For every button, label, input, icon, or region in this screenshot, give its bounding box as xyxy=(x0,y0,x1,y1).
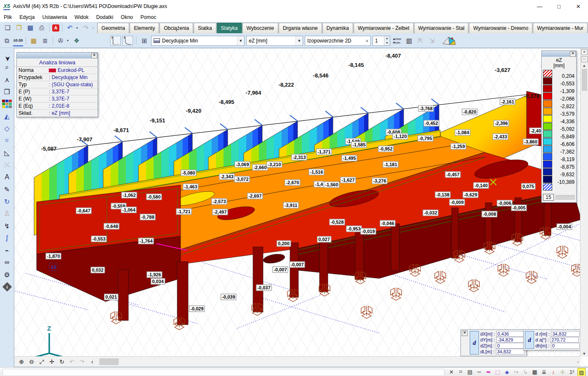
vertical-scrollbar-thumb[interactable] xyxy=(582,69,587,91)
path-polyline-icon[interactable]: ↯ xyxy=(1,220,13,232)
undo-view-icon[interactable]: ↶ xyxy=(67,357,77,366)
zoom-fit-icon[interactable]: ⤢ xyxy=(37,357,46,366)
annotation-text-icon[interactable]: A xyxy=(1,171,13,183)
result-tables-icon[interactable]: ⊞ xyxy=(139,36,149,46)
tab-wymiarowanie-mur[interactable]: Wymiarowanie - Mur xyxy=(533,23,588,33)
scroll-down-icon[interactable]: ▼ xyxy=(583,352,586,356)
workplane-icon[interactable]: ◇ xyxy=(1,122,13,134)
order-rotate-icon[interactable]: ↻ xyxy=(1,196,13,207)
undo-dropdown-icon[interactable]: ▾ xyxy=(76,26,80,30)
nonlinear-analysis-icon[interactable] xyxy=(122,36,133,46)
gravity-icon[interactable]: ⇊ xyxy=(540,368,548,376)
close-pane-icon[interactable]: ✕ xyxy=(581,49,588,55)
linear-analysis-icon[interactable] xyxy=(110,36,121,46)
perspective-view-icon[interactable] xyxy=(441,35,457,46)
scroll-right-icon[interactable]: › xyxy=(577,359,579,364)
settings-wrench-icon[interactable]: ⚙ xyxy=(1,269,13,281)
local-axes-icon[interactable]: ↕ xyxy=(550,368,557,376)
snap-grid-icon[interactable]: ⌗ xyxy=(457,368,464,376)
coordinate-value[interactable]: -34,829 xyxy=(496,337,525,343)
result-component-combobox[interactable]: eZ [mm] ▼ xyxy=(246,36,303,46)
render-light-icon[interactable]: ⌁ xyxy=(1,244,13,256)
coordinate-panel-xyz[interactable]: ✕ d dX[m] :0,436dY[m] :-34,829dZ[m] :0dL… xyxy=(460,329,527,356)
perspective-toggle-icon[interactable]: ▨ xyxy=(577,368,585,376)
coordinate-panel-polar[interactable]: d d r[m] :34,832d a[°] :270,72dh[m] :0 xyxy=(523,329,581,350)
close-icon[interactable]: ✕ xyxy=(570,51,576,57)
coordinate-value[interactable]: 0,436 xyxy=(496,331,525,337)
mesh-edit-icon[interactable]: ✎ xyxy=(1,183,13,195)
load-case-combobox[interactable]: Decydujące Min ▼ xyxy=(151,36,245,46)
menu-item-pomoc[interactable]: Pomoc xyxy=(137,14,160,20)
redo-icon[interactable]: ↷ xyxy=(81,23,91,33)
menu-item-dodatki[interactable]: Dodatki xyxy=(92,14,117,20)
animation-icon[interactable]: ▥ xyxy=(404,36,414,46)
minmax-labels-button[interactable]: ▴max ▾min xyxy=(392,37,402,45)
menu-item-ustawienia[interactable]: Ustawienia xyxy=(38,14,71,20)
display-options-icon[interactable]: ∞ xyxy=(1,257,13,268)
color-coding-icon[interactable] xyxy=(1,98,13,110)
tab-siatka[interactable]: Siatka xyxy=(194,23,216,33)
geometry-check-icon[interactable]: ◺ xyxy=(1,147,13,159)
beam-results-icon[interactable]: ∫ xyxy=(1,232,13,244)
tab-geometria[interactable]: Geometria xyxy=(97,23,129,33)
save-icon[interactable]: ▦ xyxy=(25,23,35,33)
rotate-view-icon[interactable]: ↻ xyxy=(57,357,67,366)
color-legend-panel[interactable]: ✕ eZ[mm] 0,204-0,553-1,309-2,066-2,822-3… xyxy=(541,50,577,203)
tab-wymiarowanie-stal[interactable]: Wymiarowanie - Stal xyxy=(414,23,469,33)
vertical-scrollbar[interactable]: ✕ □ ▲ ▼ xyxy=(580,48,588,357)
delete-icon[interactable]: ✕ xyxy=(448,368,455,376)
hide-entities-icon[interactable]: ⤫ xyxy=(1,159,13,171)
pan-icon[interactable]: ✛ xyxy=(47,357,56,366)
multi-copy-icon[interactable]: ➥ xyxy=(485,368,492,376)
save-view-icon[interactable]: ❖ xyxy=(72,36,82,46)
maximize-button[interactable]: □ xyxy=(549,0,569,13)
close-icon[interactable]: ✕ xyxy=(462,331,468,336)
analysis-info-panel[interactable]: ✕ Analiza liniowa NormaEurokod-PLPrzypad… xyxy=(16,52,98,117)
triad-icon[interactable]: ⊹ xyxy=(559,368,566,376)
undo-step-icon[interactable]: ↪ xyxy=(513,368,520,376)
spinner-up-icon[interactable]: ▲ xyxy=(384,36,390,41)
open-file-icon[interactable]: ❒ xyxy=(14,23,24,33)
coordinate-value[interactable]: 34,832 xyxy=(496,349,524,355)
undo-icon[interactable]: ↶ xyxy=(65,23,75,33)
scale-spinner[interactable]: 1 ▲▼ xyxy=(372,36,390,46)
drawing-library-icon[interactable]: ✇ xyxy=(56,36,66,46)
coordinate-value[interactable]: 270,72 xyxy=(550,337,579,343)
transform-icon[interactable]: ◭ xyxy=(1,110,13,122)
close-icon[interactable]: ✕ xyxy=(91,53,97,58)
delta-toggle-button[interactable]: d xyxy=(525,331,534,349)
tab-wymiarowanie-żelbet[interactable]: Wymiarowanie - Żelbet xyxy=(354,23,414,33)
grid-toggle-icon[interactable]: ▦ xyxy=(531,368,538,376)
parts-icon[interactable]: ❒ xyxy=(1,86,13,98)
info-icon[interactable]: i xyxy=(1,281,13,293)
coordinate-axes-icon[interactable]: ⋏ xyxy=(1,74,13,85)
zoom-out-icon[interactable]: ⊖ xyxy=(27,357,36,366)
tab-statyka[interactable]: Statyka xyxy=(217,23,242,33)
tab-drgania-własne[interactable]: Drgania własne xyxy=(279,23,322,33)
table-browser-icon[interactable]: ▦ xyxy=(29,36,39,46)
spinner-down-icon[interactable]: ▼ xyxy=(384,41,390,45)
diagram-display-y-icon[interactable]: ⇱ xyxy=(415,36,426,46)
scroll-up-icon[interactable]: ▲ xyxy=(583,64,586,68)
structural-member-icon[interactable]: ⎍ xyxy=(1,208,13,220)
guidelines-icon[interactable]: ⌗ xyxy=(1,135,13,146)
scroll-left-icon[interactable]: ‹ xyxy=(88,357,97,366)
legend-level-count[interactable]: 15 xyxy=(543,194,554,201)
elevation-level-icon[interactable]: ±0.00 xyxy=(13,35,23,46)
tab-elementy[interactable]: Elementy xyxy=(130,23,159,33)
coordinate-value[interactable]: 0 xyxy=(551,343,580,349)
diagram-display-f-icon[interactable]: ⇲ xyxy=(427,36,437,46)
tab-wymiarowanie-drewno[interactable]: Wymiarowanie - Drewno xyxy=(469,23,532,33)
tab-wyboczenie[interactable]: Wyboczenie xyxy=(242,23,278,33)
float-pane-icon[interactable]: □ xyxy=(581,56,588,62)
tab-dynamika[interactable]: Dynamika xyxy=(322,23,353,33)
redo-dropdown-icon[interactable]: ▾ xyxy=(92,26,96,30)
redo-view-icon[interactable]: ↷ xyxy=(77,357,87,366)
coordinate-value[interactable]: 34,832 xyxy=(551,331,580,337)
model-viewport[interactable]: -2,161-3,768-0,820-0,452-2,396-0,608-1,1… xyxy=(14,48,588,367)
layers-list-icon[interactable]: ▤ xyxy=(466,368,474,376)
menu-item-edycja[interactable]: Edycja xyxy=(16,14,38,20)
menu-item-okno[interactable]: Okno xyxy=(117,14,137,20)
new-file-icon[interactable]: ❏ xyxy=(3,23,13,33)
tab-obciążenia[interactable]: Obciążenia xyxy=(160,23,193,33)
